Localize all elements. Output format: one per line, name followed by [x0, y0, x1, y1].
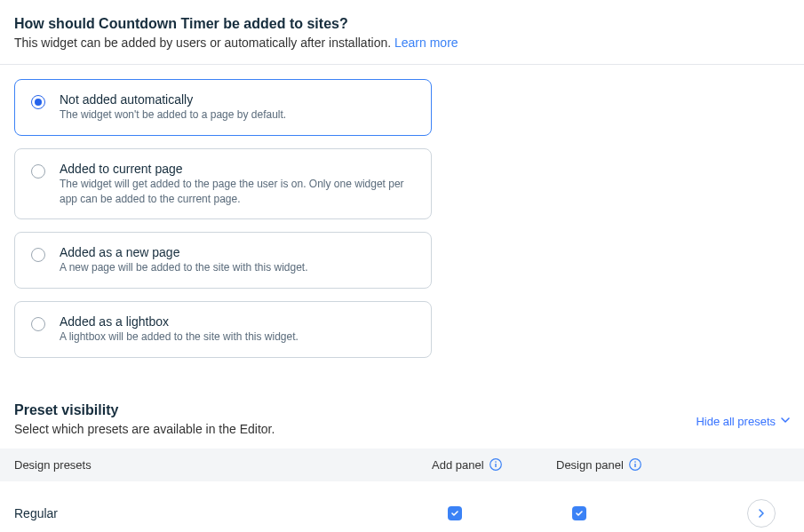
col-design-panel-label: Design panel [556, 458, 624, 472]
page-subtitle: This widget can be added by users or aut… [14, 36, 790, 50]
hide-link-text: Hide all presets [696, 415, 776, 428]
option-added-new-page[interactable]: Added as a new page A new page will be a… [14, 232, 432, 289]
add-options-group: Not added automatically The widget won't… [0, 65, 804, 385]
option-not-added-automatically[interactable]: Not added automatically The widget won't… [14, 79, 432, 136]
option-desc: The widget will get added to the page th… [60, 177, 415, 207]
expand-row-button[interactable] [747, 499, 776, 528]
option-label: Added as a new page [60, 245, 308, 259]
option-desc: A lightbox will be added to the site wit… [60, 330, 299, 345]
preset-title-block: Preset visibility Select which presets a… [14, 402, 275, 436]
checkbox-add-panel[interactable] [448, 506, 462, 520]
col-add-panel-label: Add panel [432, 458, 484, 472]
option-label: Not added automatically [60, 92, 286, 107]
option-added-current-page[interactable]: Added to current page The widget will ge… [14, 148, 432, 220]
option-label: Added as a lightbox [60, 314, 299, 329]
preset-title: Preset visibility [14, 402, 275, 418]
radio-icon [31, 317, 45, 331]
radio-icon [31, 248, 45, 262]
header-section: How should Countdown Timer be added to s… [0, 0, 804, 64]
checkbox-design-panel[interactable] [572, 506, 586, 520]
col-add-panel: Add panel [432, 458, 556, 472]
svg-rect-4 [634, 464, 635, 467]
option-desc: The widget won't be added to a page by d… [60, 107, 286, 123]
option-desc: A new page will be added to the site wit… [60, 260, 308, 275]
option-text: Added as a new page A new page will be a… [60, 245, 308, 275]
svg-rect-5 [634, 462, 635, 463]
page-title: How should Countdown Timer be added to s… [14, 16, 790, 32]
hide-all-presets-link[interactable]: Hide all presets [696, 415, 790, 428]
option-text: Added to current page The widget will ge… [60, 162, 415, 207]
presets-table-header: Design presets Add panel Design panel [0, 449, 804, 481]
svg-rect-1 [495, 464, 496, 467]
info-icon[interactable] [490, 458, 502, 471]
svg-rect-2 [495, 462, 496, 463]
option-text: Added as a lightbox A lightbox will be a… [60, 314, 299, 345]
table-row: Regular [0, 481, 804, 532]
option-text: Not added automatically The widget won't… [60, 92, 286, 123]
preset-visibility-header: Preset visibility Select which presets a… [0, 385, 804, 449]
learn-more-link[interactable]: Learn more [394, 36, 458, 50]
radio-icon [31, 95, 45, 109]
option-label: Added to current page [60, 162, 415, 176]
subtitle-text: This widget can be added by users or aut… [14, 36, 394, 50]
preset-subtitle: Select which presets are available in th… [14, 422, 275, 436]
preset-name: Regular [14, 506, 432, 520]
col-design-panel: Design panel [556, 458, 747, 472]
info-icon[interactable] [629, 458, 641, 471]
radio-icon [31, 164, 45, 179]
option-added-lightbox[interactable]: Added as a lightbox A lightbox will be a… [14, 301, 432, 358]
col-design-presets: Design presets [14, 458, 432, 472]
chevron-down-icon [781, 416, 790, 426]
